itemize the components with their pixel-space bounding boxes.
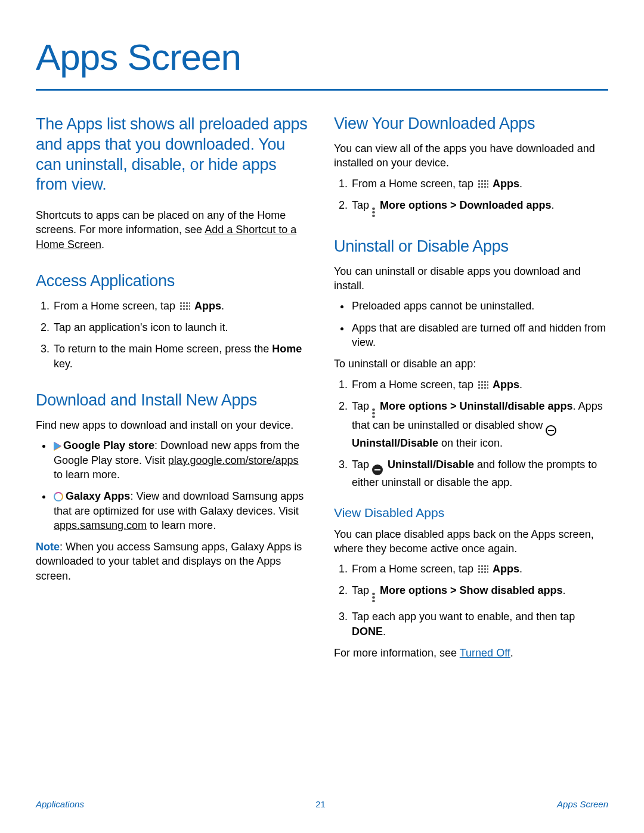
bullet-text: to learn more. <box>147 519 216 531</box>
left-column: The Apps list shows all preloaded apps a… <box>36 114 310 666</box>
uninstall-disable-label: Uninstall/Disable <box>352 437 438 449</box>
download-note: Note: When you access Samsung apps, Gala… <box>36 540 310 583</box>
list-item: Tap each app you want to enable, and the… <box>351 609 608 639</box>
list-item: Google Play store: Download new apps fro… <box>52 438 310 482</box>
apps-label: Apps <box>493 563 519 575</box>
step-text: key. <box>54 358 73 370</box>
heading-view-downloaded: View Your Downloaded Apps <box>334 114 608 133</box>
step-text: on their icon. <box>438 437 503 449</box>
heading-access-applications: Access Applications <box>36 272 310 290</box>
done-label: DONE <box>352 625 383 637</box>
page-title: Apps Screen <box>36 36 608 78</box>
list-item: Tap More options > Uninstall/disable app… <box>351 399 608 450</box>
list-item: From a Home screen, tap Apps. <box>52 299 310 313</box>
list-item: Tap More options > Show disabled apps. <box>351 583 608 602</box>
apps-grid-icon <box>478 565 488 573</box>
view-downloaded-steps: From a Home screen, tap Apps. Tap More o… <box>334 176 608 217</box>
footer-left: Applications <box>36 799 84 809</box>
note-text: : When you access Samsung apps, Galaxy A… <box>36 541 302 582</box>
shortcut-info: Shortcuts to apps can be placed on any o… <box>36 208 310 252</box>
download-bullets: Google Play store: Download new apps fro… <box>36 438 310 532</box>
apps-grid-icon <box>478 179 488 188</box>
apps-grid-icon <box>478 380 488 389</box>
galaxy-apps-label: Galaxy Apps <box>66 490 130 502</box>
list-item: Tap an application's icon to launch it. <box>52 320 310 335</box>
step-text: From a Home screen, tap <box>352 178 476 190</box>
list-item: To return to the main Home screen, press… <box>52 342 310 371</box>
list-item: Tap Uninstall/Disable and follow the pro… <box>351 457 608 490</box>
galaxy-apps-icon <box>54 492 63 501</box>
apps-label: Apps <box>194 300 221 312</box>
title-divider <box>36 89 608 91</box>
more-info: For more information, see Turned Off. <box>334 646 608 660</box>
more-options-icon <box>372 408 375 418</box>
more-options-label: More options > Show disabled apps <box>380 584 563 596</box>
step-text: Tap <box>352 584 372 596</box>
step-text: From a Home screen, tap <box>352 379 476 391</box>
access-steps: From a Home screen, tap Apps. Tap an app… <box>36 299 310 371</box>
heading-download-install: Download and Install New Apps <box>36 391 310 410</box>
play-store-icon <box>54 442 61 450</box>
uninstall-disable-label: Uninstall/Disable <box>388 459 474 470</box>
galaxy-apps-link[interactable]: apps.samsung.com <box>54 519 147 531</box>
step-text: To return to the main Home screen, press… <box>54 343 272 355</box>
uninstall-bullets: Preloaded apps cannot be uninstalled. Ap… <box>334 299 608 349</box>
uninstall-intro: You can uninstall or disable apps you do… <box>334 264 608 293</box>
uninstall-steps: From a Home screen, tap Apps. Tap More o… <box>334 377 608 490</box>
more-options-icon <box>372 593 375 602</box>
footer-page-number: 21 <box>315 799 326 809</box>
list-item: Apps that are disabled are turned off an… <box>351 321 608 350</box>
step-text: Tap <box>352 199 372 211</box>
heading-uninstall-disable: Uninstall or Disable Apps <box>334 237 608 256</box>
footer-right: Apps Screen <box>557 799 608 809</box>
list-item: Preloaded apps cannot be uninstalled. <box>351 299 608 313</box>
view-disabled-intro: You can place disabled apps back on the … <box>334 527 608 556</box>
apps-label: Apps <box>493 379 519 391</box>
more-info-text: For more information, see <box>334 647 460 659</box>
step-text: Tap <box>352 400 372 412</box>
apps-grid-icon <box>179 302 190 310</box>
uninstall-to-text: To uninstall or disable an app: <box>334 357 608 371</box>
list-item: Galaxy Apps: View and download Samsung a… <box>52 489 310 532</box>
lead-paragraph: The Apps list shows all preloaded apps a… <box>36 114 310 195</box>
list-item: From a Home screen, tap Apps. <box>351 377 608 392</box>
list-item: From a Home screen, tap Apps. <box>351 176 608 191</box>
right-column: View Your Downloaded Apps You can view a… <box>334 114 608 666</box>
view-disabled-steps: From a Home screen, tap Apps. Tap More o… <box>334 562 608 639</box>
bullet-text: to learn more. <box>54 469 120 481</box>
play-store-label: Google Play store <box>63 439 154 451</box>
page-footer: Applications 21 Apps Screen <box>36 799 608 809</box>
download-intro: Find new apps to download and install on… <box>36 418 310 432</box>
more-options-label: More options > Downloaded apps <box>380 199 552 211</box>
list-item: Tap More options > Downloaded apps. <box>351 198 608 217</box>
uninstall-disable-icon <box>372 465 383 475</box>
step-text: From a Home screen, tap <box>54 300 178 312</box>
list-item: From a Home screen, tap Apps. <box>351 562 608 576</box>
home-key-label: Home <box>272 343 302 355</box>
content-columns: The Apps list shows all preloaded apps a… <box>36 114 608 666</box>
more-options-label: More options > Uninstall/disable apps <box>380 400 573 412</box>
turned-off-link[interactable]: Turned Off <box>460 647 510 659</box>
uninstall-disable-icon <box>546 425 556 436</box>
more-options-icon <box>372 208 375 217</box>
note-label: Note <box>36 541 60 553</box>
step-text: From a Home screen, tap <box>352 563 476 575</box>
view-downloaded-intro: You can view all of the apps you have do… <box>334 141 608 171</box>
play-store-link[interactable]: play.google.com/store/apps <box>168 454 299 466</box>
step-text: Tap <box>352 459 372 470</box>
apps-label: Apps <box>493 178 519 190</box>
heading-view-disabled: View Disabled Apps <box>334 506 608 520</box>
step-text: Tap each app you want to enable, and the… <box>352 611 575 623</box>
